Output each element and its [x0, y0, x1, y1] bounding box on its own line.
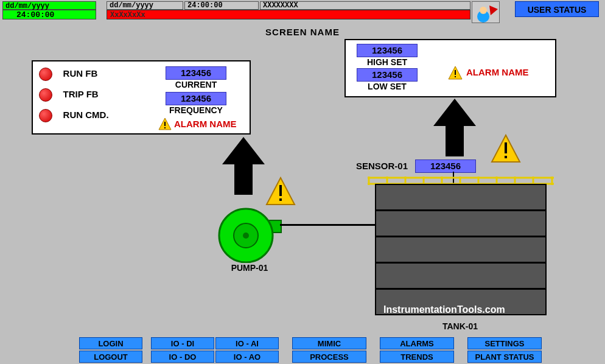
- current-value: 123456: [166, 66, 226, 80]
- svg-rect-14: [505, 142, 507, 153]
- arrow-up-icon: [433, 99, 476, 159]
- high-set-label: HIGH SET: [357, 57, 418, 67]
- tank-label: TANK-01: [430, 321, 491, 331]
- high-set-value: 123456: [357, 44, 418, 57]
- sensor-status-panel: 123456 HIGH SET 123456 LOW SET ALARM NAM…: [344, 39, 556, 97]
- svg-rect-11: [279, 198, 282, 201]
- alarm-banner: XxXxXxXx: [107, 10, 470, 19]
- mimic-button[interactable]: MIMIC: [292, 337, 366, 349]
- screen-title: SCREEN NAME: [0, 27, 605, 37]
- run-fb-label: RUN FB: [63, 68, 98, 79]
- plant-status-button[interactable]: PLANT STATUS: [467, 351, 542, 363]
- svg-rect-6: [455, 70, 456, 75]
- pump-label: PUMP-01: [219, 263, 280, 273]
- frequency-value: 123456: [166, 92, 226, 105]
- svg-rect-3: [164, 122, 166, 126]
- run-cmd-label: RUN CMD.: [63, 110, 109, 120]
- header-date-primary: dd/mm/yyyy: [2, 1, 96, 10]
- pump-icon[interactable]: [215, 202, 282, 263]
- watermark-text: InstrumentationTools.com: [383, 304, 505, 315]
- svg-rect-7: [455, 76, 456, 77]
- pipe-horizontal: [280, 224, 375, 226]
- run-fb-lamp: [39, 68, 52, 81]
- pump-status-panel: RUN FB TRIP FB RUN CMD. 123456 CURRENT 1…: [32, 60, 251, 135]
- avatar-icon: [472, 2, 500, 24]
- low-set-label: LOW SET: [357, 82, 418, 91]
- warning-icon: [491, 134, 521, 164]
- io-di-button[interactable]: IO - DI: [151, 337, 214, 349]
- io-ai-button[interactable]: IO - AI: [215, 337, 279, 349]
- user-status-button[interactable]: USER STATUS: [515, 1, 599, 17]
- trip-fb-lamp: [39, 88, 52, 102]
- sensor-alarm-name: ALARM NAME: [466, 67, 529, 77]
- pump-alarm-name: ALARM NAME: [174, 119, 237, 129]
- sensor-value: 123456: [415, 159, 476, 173]
- svg-rect-10: [279, 185, 282, 196]
- tank-graphic[interactable]: [375, 184, 547, 315]
- svg-marker-8: [222, 137, 265, 195]
- arrow-up-icon: [222, 137, 265, 198]
- logout-button[interactable]: LOGOUT: [79, 351, 142, 363]
- current-label: CURRENT: [166, 80, 226, 89]
- alarms-button[interactable]: ALARMS: [380, 337, 454, 349]
- header-time-secondary: 24:00:00: [184, 1, 259, 10]
- header-tag-field: XXXXXXXX: [260, 1, 470, 10]
- sensor-label: SENSOR-01: [356, 161, 408, 171]
- header-date-secondary: dd/mm/yyyy: [107, 1, 183, 10]
- trip-fb-label: TRIP FB: [63, 89, 99, 99]
- svg-point-18: [243, 233, 249, 239]
- run-cmd-lamp: [39, 109, 52, 122]
- svg-rect-15: [505, 156, 507, 158]
- process-button[interactable]: PROCESS: [292, 351, 366, 363]
- low-set-value: 123456: [357, 68, 418, 82]
- warning-icon: [448, 66, 463, 80]
- svg-rect-4: [164, 127, 166, 128]
- svg-marker-12: [433, 99, 476, 156]
- warning-icon: [158, 117, 172, 131]
- io-do-button[interactable]: IO - DO: [151, 351, 214, 363]
- frequency-label: FREQUENCY: [159, 105, 233, 115]
- io-ao-button[interactable]: IO - AO: [215, 351, 279, 363]
- settings-button[interactable]: SETTINGS: [467, 337, 542, 349]
- trends-button[interactable]: TRENDS: [380, 351, 454, 363]
- header-time-primary: 24:00:00: [2, 10, 96, 19]
- svg-point-1: [480, 7, 487, 14]
- login-button[interactable]: LOGIN: [79, 337, 142, 349]
- user-avatar[interactable]: [472, 1, 500, 23]
